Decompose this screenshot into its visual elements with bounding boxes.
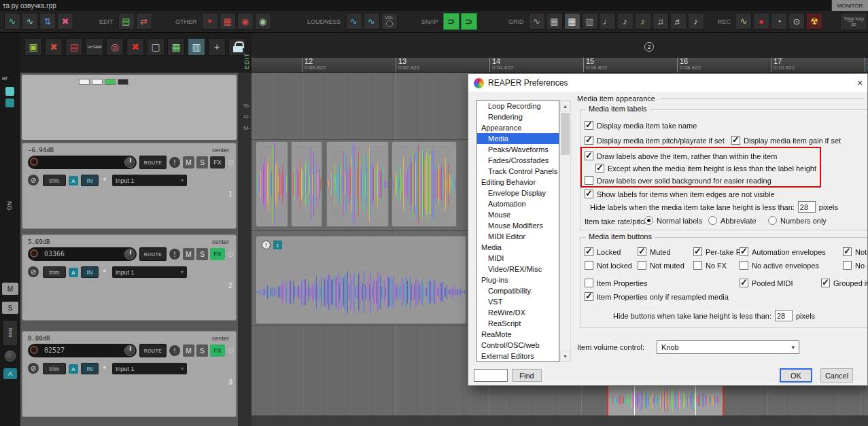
category-item[interactable]: Control/OSC/web bbox=[477, 340, 559, 351]
media-button-checkbox[interactable]: No active envelopes bbox=[740, 261, 819, 270]
automation-mode-button[interactable]: A bbox=[69, 364, 78, 374]
find-input[interactable] bbox=[474, 369, 508, 382]
media-button-checkbox[interactable]: Grouped ite bbox=[821, 279, 868, 287]
category-item[interactable]: Mouse bbox=[477, 209, 559, 220]
route-button[interactable]: ROUTE bbox=[139, 344, 167, 357]
ok-button[interactable]: OK bbox=[780, 368, 812, 383]
record-arm-icon[interactable] bbox=[30, 249, 38, 258]
media-item[interactable] bbox=[326, 141, 389, 227]
rail-solo-button[interactable]: S bbox=[2, 302, 18, 314]
category-item[interactable]: ReWire/DX bbox=[477, 307, 559, 318]
hide-buttons-threshold-input[interactable] bbox=[775, 310, 793, 321]
rail-meter-icon[interactable] bbox=[5, 87, 14, 96]
media-item[interactable] bbox=[392, 141, 457, 227]
rail-meter-icon[interactable] bbox=[5, 99, 14, 107]
mute-button[interactable]: M bbox=[183, 344, 194, 357]
rail-trim-button[interactable]: trim bbox=[3, 321, 17, 345]
monitor-button[interactable]: MONITOR bbox=[831, 0, 868, 11]
swap-arrows-icon[interactable]: ⇄ bbox=[136, 13, 152, 30]
automation-mode-button[interactable]: A bbox=[69, 268, 78, 277]
display-take-name-checkbox[interactable]: Display media item take name bbox=[585, 121, 697, 130]
item-volume-control-select[interactable]: Knob ▾ bbox=[657, 340, 799, 354]
category-item[interactable]: Envelope Display bbox=[477, 188, 559, 198]
grid-x-icon[interactable]: ▦ bbox=[220, 13, 236, 30]
note-triplet-icon[interactable]: ♪ bbox=[688, 13, 704, 30]
media-button-checkbox[interactable]: Automation envelopes bbox=[740, 247, 826, 256]
rail-mute-button[interactable]: M bbox=[2, 283, 18, 295]
snap-settings-icon[interactable]: ⊃ bbox=[461, 13, 477, 30]
media-button-checkbox[interactable]: Not muted bbox=[638, 261, 684, 270]
note-eighth-icon[interactable]: ♪ bbox=[617, 13, 633, 30]
route-button[interactable]: ROUTE bbox=[139, 247, 167, 261]
display-gain-checkbox[interactable]: Display media item gain if set bbox=[731, 136, 841, 145]
media-item[interactable] bbox=[256, 141, 288, 227]
loudness-scan-icon[interactable]: ∿ bbox=[346, 13, 362, 30]
grid-lines-icon[interactable]: ▦ bbox=[546, 13, 563, 30]
item-info-icon[interactable]: i bbox=[273, 241, 282, 249]
display-pitch-checkbox[interactable]: Display media item pitch/playrate if set bbox=[585, 136, 725, 145]
category-item[interactable]: Plug-ins bbox=[477, 274, 559, 285]
rate-option[interactable]: Numbers only bbox=[768, 216, 827, 225]
route-button[interactable]: ROUTE bbox=[139, 156, 167, 169]
category-item[interactable]: ReaMote bbox=[477, 329, 559, 340]
fx-enable-icon[interactable]: ⊙ bbox=[226, 157, 235, 168]
input-select[interactable]: Input 1 ▾ bbox=[112, 175, 187, 186]
media-button-checkbox[interactable]: Notes bbox=[843, 247, 868, 256]
monitor-fx-icon[interactable]: ▤ bbox=[118, 13, 135, 30]
category-item[interactable]: Media bbox=[477, 242, 559, 253]
phase-button[interactable]: ! bbox=[169, 249, 180, 260]
category-item[interactable]: Fades/Crossfades bbox=[477, 155, 559, 166]
grid-dense-icon[interactable]: ▦ bbox=[564, 13, 580, 30]
category-item[interactable]: ReaScript bbox=[477, 318, 559, 329]
grid-narrow-icon[interactable]: ▥ bbox=[582, 13, 598, 30]
columns-view-icon[interactable]: ▥ bbox=[188, 38, 205, 56]
fx-button[interactable]: FX bbox=[210, 344, 225, 357]
track-panel-2[interactable]: 5.69dB center 03366 ROUTE ! M S FX ⊙ ⊘ t… bbox=[22, 234, 237, 321]
rec-monitor-icon[interactable]: ⊙ bbox=[788, 13, 805, 30]
polarity-icon[interactable]: ⊘ bbox=[28, 363, 39, 374]
mute-send-icon[interactable]: ✖ bbox=[202, 13, 218, 30]
input-button[interactable]: IN bbox=[81, 363, 99, 374]
input-button[interactable]: IN bbox=[81, 175, 99, 186]
selected-media-item[interactable] bbox=[607, 385, 724, 416]
category-item[interactable]: Rendering bbox=[477, 111, 559, 122]
media-button-checkbox[interactable]: Pooled MIDI bbox=[740, 279, 793, 287]
radiation-icon[interactable]: ☢ bbox=[806, 13, 822, 30]
media-item[interactable] bbox=[291, 141, 322, 227]
media-button-checkbox[interactable]: No FX bbox=[693, 261, 727, 270]
rail-automation-button[interactable]: A bbox=[3, 368, 17, 379]
solo-button[interactable]: S bbox=[196, 344, 208, 357]
category-item[interactable]: Editing Behavior bbox=[477, 177, 559, 188]
track-volume-bar[interactable]: 02527 bbox=[28, 344, 137, 357]
timeline-ruler[interactable]: 120:00.822 130:02.822 140:04.822 150:06.… bbox=[251, 58, 868, 73]
note-beamed-icon[interactable]: ♫ bbox=[653, 13, 669, 30]
category-item[interactable]: Compatibility bbox=[477, 285, 559, 296]
mute-button[interactable]: M bbox=[183, 156, 194, 168]
fx-enable-icon[interactable]: ⊙ bbox=[226, 345, 235, 356]
track-volume-bar[interactable] bbox=[28, 156, 137, 169]
record-arm-icon[interactable] bbox=[30, 158, 38, 166]
remove-x-icon[interactable]: ✖ bbox=[57, 13, 73, 30]
waveform-icon[interactable]: ∿ bbox=[4, 13, 20, 30]
note-quarter-icon[interactable]: ♩ bbox=[600, 13, 616, 30]
cancel-button[interactable]: Cancel bbox=[820, 368, 853, 383]
media-button-checkbox[interactable]: Not locked bbox=[585, 261, 632, 270]
project-marker[interactable]: 2 bbox=[644, 42, 654, 52]
loudness-analyze-icon[interactable]: ∿ bbox=[364, 13, 380, 30]
category-item[interactable]: Peaks/Waveforms bbox=[477, 144, 559, 155]
input-select[interactable]: Input 1 ▾ bbox=[112, 266, 187, 278]
rec-mode-icon[interactable]: ∿ bbox=[735, 13, 752, 30]
media-button-checkbox[interactable]: Muted bbox=[638, 247, 671, 256]
media-button-checkbox[interactable]: Locked bbox=[585, 247, 621, 256]
hide-labels-threshold-input[interactable] bbox=[798, 201, 816, 213]
input-button[interactable]: IN bbox=[81, 266, 99, 278]
category-item[interactable]: MIDI bbox=[477, 253, 559, 264]
delete-item-icon[interactable]: ✖ bbox=[45, 38, 63, 56]
eye-icon[interactable]: ◉ bbox=[255, 13, 271, 30]
fx-button[interactable]: FX bbox=[210, 156, 225, 168]
note-sixteenth-icon[interactable]: ♬ bbox=[670, 13, 687, 30]
volume-knob[interactable] bbox=[124, 345, 135, 356]
category-item[interactable]: External Editors bbox=[477, 351, 559, 361]
media-button-checkbox[interactable]: Item Properties bbox=[585, 279, 648, 287]
polarity-icon[interactable]: ⊘ bbox=[28, 266, 39, 277]
